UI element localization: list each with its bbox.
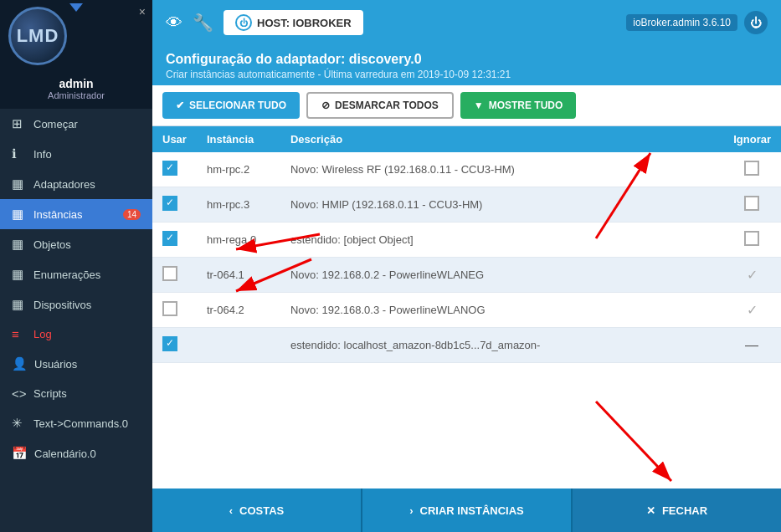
adapter-icon: ▦ <box>12 176 27 192</box>
sidebar-item-label: Text->Commands.0 <box>33 417 128 430</box>
chevron-left-icon: ‹ <box>229 504 233 517</box>
host-power-icon: ⏻ <box>235 14 252 31</box>
main-content: 👁 🔧 ⏻ HOST: IOBROKER ioBroker.admin 3.6.… <box>152 0 781 532</box>
ignore-checkbox[interactable] <box>744 196 759 211</box>
close-label: FECHAR <box>662 504 707 517</box>
cancel-icon: ⊘ <box>321 100 330 111</box>
table-row: tr-064.1 Novo: 192.168.0.2 - PowerlineWL… <box>152 258 781 293</box>
sidebar-role: Administrador <box>0 90 152 100</box>
back-label: COSTAS <box>239 504 284 517</box>
description-cell: estendido: [object Object] <box>280 223 722 258</box>
sidebar-item-log[interactable]: ≡ Log <box>0 320 152 349</box>
eye-icon[interactable]: 👁 <box>166 13 182 33</box>
ignore-cell[interactable] <box>722 152 781 187</box>
ignore-checkbox[interactable] <box>744 161 759 176</box>
col-instancia: Instância <box>197 126 280 152</box>
page-title: Configuração do adaptador: discovery.0 <box>166 52 768 67</box>
row-checkbox[interactable] <box>162 231 177 246</box>
admin-power-icon[interactable]: ⏻ <box>744 11 768 34</box>
sidebar-item-label: Calendário.0 <box>34 448 96 460</box>
sidebar-item-adaptadores[interactable]: ▦ Adaptadores <box>0 169 152 199</box>
sidebar-item-calendario[interactable]: 📅 Calendário.0 <box>0 438 152 468</box>
checkbox-cell[interactable] <box>152 328 197 363</box>
sidebar-item-enumeracoes[interactable]: ▦ Enumerações <box>0 259 152 289</box>
enum-icon: ▦ <box>12 267 27 282</box>
col-descricao: Descrição <box>280 126 722 152</box>
version-text: ioBroker.admin 3.6.10 <box>633 17 731 28</box>
table-row: tr-064.2 Novo: 192.168.0.3 - PowerlineWL… <box>152 293 781 328</box>
toolbar: ✔ SELECIONAR TUDO ⊘ DESMARCAR TODOS ▼ MO… <box>152 85 781 126</box>
instances-table-container: Usar Instância Descrição Ignorar hm-rpc.… <box>152 126 781 489</box>
instance-icon: ▦ <box>12 207 27 222</box>
sidebar-collapse-icon[interactable] <box>69 3 83 12</box>
sidebar-item-label: Enumerações <box>33 269 100 281</box>
page-subtitle: Criar instâncias automaticamente - Últim… <box>166 69 768 80</box>
description-cell: Novo: HMIP (192.168.0.11 - CCU3-HM) <box>280 187 722 223</box>
create-instances-button[interactable]: › CRIAR INSTÂNCIAS <box>362 489 571 532</box>
sidebar-item-dispositivos[interactable]: ▦ Dispositivos <box>0 289 152 320</box>
checkbox-cell[interactable] <box>152 293 197 328</box>
description-cell: Novo: 192.168.0.3 - PowerlineWLANOG <box>280 293 722 328</box>
main-wrapper: 👁 🔧 ⏻ HOST: IOBROKER ioBroker.admin 3.6.… <box>152 0 781 532</box>
version-badge: ioBroker.admin 3.6.10 <box>626 14 737 31</box>
row-checkbox[interactable] <box>162 161 177 176</box>
ignore-cell[interactable] <box>722 223 781 258</box>
host-button[interactable]: ⏻ HOST: IOBROKER <box>224 10 363 35</box>
sidebar-item-scripts[interactable]: <> Scripts <box>0 379 152 408</box>
checkbox-cell[interactable] <box>152 223 197 258</box>
checkbox-cell[interactable] <box>152 152 197 187</box>
show-all-button[interactable]: ▼ MOSTRE TUDO <box>460 92 577 119</box>
sidebar-item-label: Usuários <box>34 358 77 371</box>
sidebar-item-info[interactable]: ℹ Info <box>0 139 152 169</box>
grid-icon: ⊞ <box>12 116 27 131</box>
table-row: hm-rega.0 estendido: [object Object] <box>152 223 781 258</box>
sidebar-item-label: Objetos <box>33 238 71 251</box>
content-area: Configuração do adaptador: discovery.0 C… <box>152 45 781 532</box>
table-header-row: Usar Instância Descrição Ignorar <box>152 126 781 152</box>
row-checkbox[interactable] <box>162 266 177 281</box>
ignore-cell[interactable] <box>722 187 781 223</box>
table-row: estendido: localhost_amazon-8db1c5...7d_… <box>152 328 781 363</box>
sidebar-item-text-commands[interactable]: ✳ Text->Commands.0 <box>0 408 152 438</box>
sidebar-item-objetos[interactable]: ▦ Objetos <box>0 229 152 259</box>
checkbox-cell[interactable] <box>152 258 197 293</box>
power-symbol: ⏻ <box>239 18 248 28</box>
user-icon: 👤 <box>12 356 28 371</box>
select-all-button[interactable]: ✔ SELECIONAR TUDO <box>162 92 300 119</box>
ignore-cell: — <box>722 328 781 363</box>
checkbox-cell[interactable] <box>152 187 197 223</box>
row-checkbox[interactable] <box>162 301 177 316</box>
instancias-badge: 14 <box>123 209 141 220</box>
wrench-icon[interactable]: 🔧 <box>193 13 213 33</box>
sidebar-item-label: Adaptadores <box>33 178 95 191</box>
checkmark-icon: ✔ <box>176 100 184 111</box>
close-button[interactable]: ✕ FECHAR <box>573 489 781 532</box>
table-row: hm-rpc.2 Novo: Wireless RF (192.168.0.11… <box>152 152 781 187</box>
sidebar-header: LMD × <box>0 0 152 72</box>
sidebar-item-usuarios[interactable]: 👤 Usuários <box>0 349 152 379</box>
footer: ‹ COSTAS › CRIAR INSTÂNCIAS ✕ FECHAR <box>152 489 781 532</box>
sidebar-item-instancias[interactable]: ▦ Instâncias 14 <box>0 199 152 229</box>
topbar-center: 👁 🔧 ⏻ HOST: IOBROKER <box>166 10 363 35</box>
col-ignorar: Ignorar <box>722 126 781 152</box>
instances-table: Usar Instância Descrição Ignorar hm-rpc.… <box>152 126 781 363</box>
back-button[interactable]: ‹ COSTAS <box>152 489 361 532</box>
calendar-icon: 📅 <box>12 446 28 461</box>
sidebar-item-label: Info <box>33 148 52 161</box>
table-row: hm-rpc.3 Novo: HMIP (192.168.0.11 - CCU3… <box>152 187 781 223</box>
row-checkbox[interactable] <box>162 196 177 211</box>
row-checkbox[interactable] <box>162 336 177 351</box>
sidebar-item-comecar[interactable]: ⊞ Começar <box>0 109 152 139</box>
sidebar-item-label: Log <box>33 328 52 340</box>
log-icon: ≡ <box>12 327 27 341</box>
sidebar-item-label: Instâncias <box>33 208 83 221</box>
sidebar-item-label: Scripts <box>33 387 67 400</box>
scripts-icon: <> <box>12 386 27 401</box>
col-usar: Usar <box>152 126 197 152</box>
deselect-all-button[interactable]: ⊘ DESMARCAR TODOS <box>306 92 454 119</box>
host-label: HOST: IOBROKER <box>257 17 352 29</box>
close-x-icon: ✕ <box>646 504 655 517</box>
instance-cell: hm-rpc.2 <box>197 152 280 187</box>
ignore-checkbox[interactable] <box>744 231 759 246</box>
sidebar-item-label: Começar <box>33 118 78 130</box>
